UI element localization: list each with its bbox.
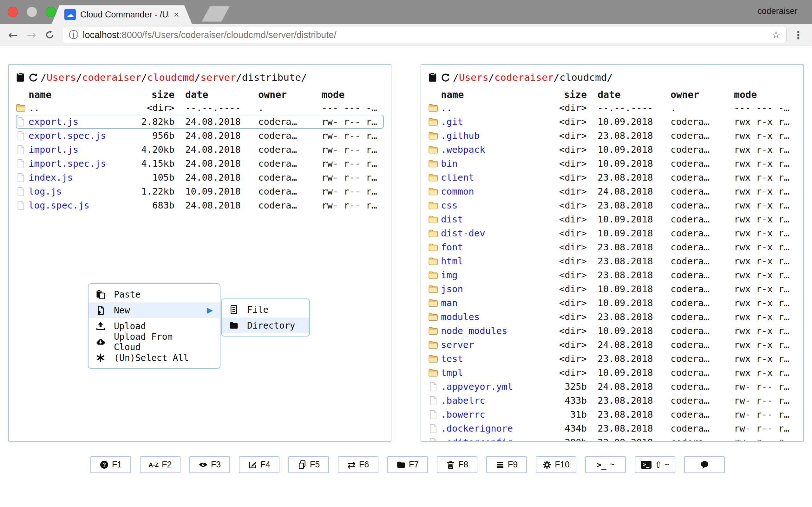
file-name-link[interactable]: css (441, 200, 546, 211)
profile-name[interactable]: coderaiser (757, 6, 798, 16)
file-name-link[interactable]: html (441, 256, 546, 267)
file-name-link[interactable]: .editorconfig (441, 437, 546, 442)
file-name-link[interactable]: .. (441, 102, 546, 113)
bookmark-star-icon[interactable]: ☆ (771, 29, 780, 41)
file-row[interactable]: export.js 2.82kb 24.08.2018 codera… rw- … (16, 115, 384, 129)
refresh-icon[interactable] (28, 72, 38, 82)
folder-row[interactable]: server <dir> 24.08.2018 codera… rwx r-x … (428, 338, 796, 352)
close-window-button[interactable] (8, 7, 18, 17)
folder-row[interactable]: .. <dir> --.--.---- . --- --- -… (428, 101, 796, 115)
browser-menu-icon[interactable]: ⋮ (793, 29, 804, 42)
folder-row[interactable]: .webpack <dir> 10.09.2018 codera… rwx r-… (428, 143, 796, 157)
file-name-link[interactable]: modules (441, 312, 546, 322)
path-segment[interactable]: coderaiser (82, 72, 142, 83)
file-name-link[interactable]: .git (441, 116, 546, 127)
url-bar[interactable]: ⓘ localhost:8000/fs/Users/coderaiser/clo… (63, 26, 786, 43)
file-name-link[interactable]: bin (441, 158, 546, 169)
zoom-window-button[interactable] (46, 7, 56, 17)
button-f1[interactable]: ? F1 (90, 456, 131, 473)
folder-row[interactable]: man <dir> 10.09.2018 codera… rwx r-x r… (428, 296, 796, 310)
file-name-link[interactable]: import.js (29, 144, 133, 155)
button-f2[interactable]: A-Z F2 (140, 456, 181, 473)
menu-item-new[interactable]: New ▶ (89, 302, 220, 318)
folder-row[interactable]: font <dir> 23.08.2018 codera… rwx r-x r… (428, 240, 796, 254)
path-segment[interactable]: Users (459, 72, 489, 83)
file-row[interactable]: .bowerrc 31b 23.08.2018 codera… rw- r-- … (428, 407, 796, 421)
file-name-link[interactable]: man (441, 297, 546, 308)
back-icon[interactable]: ← (6, 28, 20, 42)
file-name-link[interactable]: tmpl (441, 367, 546, 378)
folder-row[interactable]: css <dir> 23.08.2018 codera… rwx r-x r… (428, 199, 796, 212)
file-name-link[interactable]: import.spec.js (29, 158, 133, 169)
file-row[interactable]: export.spec.js 956b 24.08.2018 codera… r… (16, 129, 384, 143)
folder-row[interactable]: .. <dir> --.--.---- . --- --- -… (16, 101, 384, 115)
file-row[interactable]: import.spec.js 4.15kb 24.08.2018 codera…… (16, 157, 384, 170)
file-name-link[interactable]: .bowerrc (441, 409, 546, 420)
folder-row[interactable]: .github <dir> 23.08.2018 codera… rwx r-x… (428, 129, 796, 143)
minimize-window-button[interactable] (27, 7, 37, 17)
folder-row[interactable]: node_modules <dir> 10.09.2018 codera… rw… (428, 324, 796, 338)
file-name-link[interactable]: .. (29, 102, 133, 113)
file-row[interactable]: .babelrc 433b 23.08.2018 codera… rw- r--… (428, 394, 796, 407)
file-name-link[interactable]: log.js (29, 186, 133, 197)
file-row[interactable]: index.js 105b 24.08.2018 codera… rw- r--… (16, 170, 384, 184)
new-tab-button[interactable] (202, 6, 230, 21)
file-name-link[interactable]: test (441, 353, 546, 364)
folder-row[interactable]: tmpl <dir> 10.09.2018 codera… rwx r-x r… (428, 366, 796, 380)
menu-item-directory[interactable]: Directory (222, 318, 309, 333)
file-name-link[interactable]: .github (441, 130, 546, 141)
file-name-link[interactable]: font (441, 242, 546, 252)
file-row[interactable]: .editorconfig 280b 23.08.2018 codera… rw… (428, 435, 796, 442)
file-name-link[interactable]: .babelrc (441, 395, 546, 406)
folder-row[interactable]: .git <dir> 10.09.2018 codera… rwx r-x r… (428, 115, 796, 129)
button-chat-icon[interactable] (684, 456, 725, 473)
file-name-link[interactable]: server (441, 339, 546, 350)
file-name-link[interactable]: export.spec.js (29, 130, 133, 141)
folder-row[interactable]: bin <dir> 10.09.2018 codera… rwx r-x r… (428, 157, 796, 170)
menu-item-file[interactable]: File (222, 302, 309, 318)
file-name-link[interactable]: json (441, 284, 546, 294)
button-terminal-icon[interactable]: >_ ⇧ ~ (635, 456, 675, 473)
button-f6[interactable]: ⇄ F6 (338, 456, 378, 473)
file-name-link[interactable]: .appveyor.yml (441, 381, 546, 392)
file-row[interactable]: log.spec.js 683b 24.08.2018 codera… rw- … (16, 199, 384, 212)
file-name-link[interactable]: index.js (29, 172, 133, 183)
file-row[interactable]: .dockerignore 434b 23.08.2018 codera… rw… (428, 421, 796, 435)
tab-close-button[interactable]: × (173, 9, 179, 20)
folder-row[interactable]: json <dir> 10.09.2018 codera… rwx r-x r… (428, 282, 796, 296)
browser-tab[interactable]: ☁ Cloud Commander - /Users/co × (52, 5, 192, 24)
file-row[interactable]: .appveyor.yml 325b 24.08.2018 codera… rw… (428, 380, 796, 394)
clipboard-icon[interactable] (427, 72, 438, 82)
folder-row[interactable]: common <dir> 24.08.2018 codera… rwx r-x … (428, 184, 796, 199)
button-f4[interactable]: F4 (239, 456, 280, 473)
path-segment[interactable]: coderaiser (495, 72, 554, 83)
button-f10[interactable]: F10 (536, 456, 576, 473)
folder-row[interactable]: client <dir> 23.08.2018 codera… rwx r-x … (428, 170, 796, 184)
file-row[interactable]: import.js 4.20kb 24.08.2018 codera… rw- … (16, 143, 384, 157)
button-console-icon[interactable]: >_ ~ (585, 456, 626, 473)
info-icon[interactable]: ⓘ (69, 29, 78, 42)
button-f3[interactable]: F3 (189, 456, 230, 473)
file-name-link[interactable]: img (441, 270, 546, 280)
folder-row[interactable]: img <dir> 23.08.2018 codera… rwx r-x r… (428, 268, 796, 282)
file-name-link[interactable]: client (441, 172, 546, 183)
button-f9[interactable]: F9 (486, 456, 527, 473)
file-name-link[interactable]: log.spec.js (29, 200, 133, 211)
folder-row[interactable]: dist <dir> 10.09.2018 codera… rwx r-x r… (428, 212, 796, 226)
folder-row[interactable]: modules <dir> 23.08.2018 codera… rwx r-x… (428, 310, 796, 324)
file-name-link[interactable]: export.js (29, 116, 133, 127)
menu-item-paste[interactable]: Paste (89, 286, 220, 302)
menu-item-upload-from-cloud[interactable]: Upload From Cloud (89, 334, 220, 350)
button-f5[interactable]: F5 (288, 456, 329, 473)
button-f7[interactable]: F7 (387, 456, 428, 473)
file-name-link[interactable]: dist-dev (441, 228, 546, 239)
path-segment[interactable]: cloudcmd (147, 72, 194, 83)
folder-row[interactable]: html <dir> 23.08.2018 codera… rwx r-x r… (428, 254, 796, 268)
clipboard-icon[interactable] (15, 72, 26, 82)
file-name-link[interactable]: common (441, 186, 546, 197)
file-name-link[interactable]: .dockerignore (441, 423, 546, 434)
file-name-link[interactable]: .webpack (441, 144, 546, 155)
folder-row[interactable]: test <dir> 23.08.2018 codera… rwx r-x r… (428, 352, 796, 366)
folder-row[interactable]: dist-dev <dir> 10.09.2018 codera… rwx r-… (428, 226, 796, 240)
refresh-icon[interactable] (440, 72, 450, 82)
